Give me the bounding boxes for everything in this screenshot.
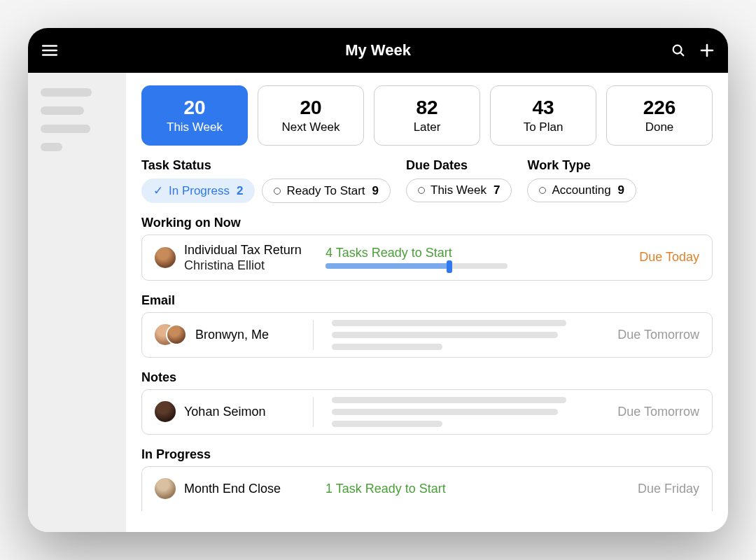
filter-group-label: Work Type — [527, 158, 636, 173]
filter-group-label: Task Status — [141, 158, 391, 173]
section-in-progress: In Progress — [141, 447, 713, 462]
sidebar-item[interactable] — [41, 88, 92, 97]
avatar — [155, 247, 176, 268]
summary-count: 226 — [643, 97, 676, 119]
check-icon: ✓ — [153, 183, 163, 198]
divider — [313, 320, 314, 350]
circle-icon — [539, 187, 546, 194]
chip-count: 9 — [618, 183, 624, 197]
task-card[interactable]: Individual Tax Return Christina Elliot 4… — [141, 234, 713, 281]
filter-group-status: Task Status ✓ In Progress 2 Ready To Sta… — [141, 158, 391, 203]
avatar — [155, 401, 176, 422]
summary-count: 20 — [300, 97, 321, 119]
filter-group-type: Work Type Accounting 9 — [527, 158, 636, 202]
summary-this-week[interactable]: 20 This Week — [141, 85, 248, 146]
section-email: Email — [141, 293, 713, 308]
chip-in-progress[interactable]: ✓ In Progress 2 — [141, 178, 255, 203]
chip-label: Accounting — [552, 183, 610, 197]
chip-accounting[interactable]: Accounting 9 — [527, 178, 636, 202]
note-card[interactable]: Yohan Seimon Due Tomorrow — [141, 389, 713, 435]
filters-row: Task Status ✓ In Progress 2 Ready To Sta… — [141, 158, 713, 203]
section-notes: Notes — [141, 370, 713, 385]
summary-label: This Week — [167, 120, 223, 134]
summary-row: 20 This Week 20 Next Week 82 Later 43 To… — [141, 85, 713, 146]
chip-label: This Week — [430, 183, 486, 197]
avatar — [155, 478, 176, 499]
task-title: Individual Tax Return — [184, 242, 302, 258]
summary-done[interactable]: 226 Done — [606, 85, 713, 146]
task-card[interactable]: Month End Close 1 Task Ready to Start Du… — [141, 466, 713, 511]
task-subtitle: Christina Elliot — [184, 258, 302, 273]
search-icon[interactable] — [671, 43, 686, 58]
task-title: Month End Close — [184, 481, 281, 497]
section-working-now: Working on Now — [141, 216, 713, 230]
ready-text: 4 Tasks Ready to Start — [326, 246, 629, 260]
summary-count: 20 — [183, 97, 205, 119]
main-content: 20 This Week 20 Next Week 82 Later 43 To… — [126, 73, 728, 532]
content-placeholder — [332, 397, 608, 427]
note-author: Yohan Seimon — [184, 404, 265, 420]
page-title: My Week — [345, 41, 411, 59]
email-participants: Bronwyn, Me — [195, 327, 269, 343]
summary-next-week[interactable]: 20 Next Week — [258, 85, 364, 146]
email-card[interactable]: Bronwyn, Me Due Tomorrow — [141, 312, 713, 358]
chip-count: 7 — [493, 183, 500, 197]
svg-line-4 — [680, 52, 683, 55]
sidebar-item[interactable] — [41, 143, 62, 151]
summary-count: 82 — [416, 97, 438, 119]
sidebar-item[interactable] — [41, 106, 84, 115]
summary-label: To Plan — [524, 120, 564, 134]
ready-text: 1 Task Ready to Start — [326, 482, 628, 496]
sidebar-item[interactable] — [41, 125, 90, 133]
filter-group-label: Due Dates — [406, 158, 512, 173]
summary-label: Next Week — [282, 120, 340, 134]
due-label: Due Tomorrow — [617, 328, 699, 342]
chip-ready-to-start[interactable]: Ready To Start 9 — [262, 178, 391, 203]
divider — [313, 397, 314, 427]
chip-count: 2 — [237, 184, 243, 198]
circle-icon — [274, 188, 281, 195]
chip-label: Ready To Start — [286, 184, 365, 198]
chip-label: In Progress — [169, 184, 230, 198]
summary-label: Done — [645, 120, 674, 134]
summary-later[interactable]: 82 Later — [374, 85, 480, 146]
due-label: Due Tomorrow — [617, 405, 699, 419]
avatar-group — [155, 324, 187, 345]
progress-bar[interactable] — [326, 263, 507, 269]
app-window: My Week 20 This Week 20 — [28, 28, 728, 532]
filter-group-dates: Due Dates This Week 7 — [406, 158, 512, 202]
summary-label: Later — [414, 120, 441, 134]
menu-icon[interactable] — [41, 41, 59, 59]
summary-to-plan[interactable]: 43 To Plan — [490, 85, 596, 146]
summary-count: 43 — [532, 97, 554, 119]
add-icon[interactable] — [699, 42, 715, 59]
due-label: Due Friday — [638, 482, 699, 496]
circle-icon — [418, 187, 425, 194]
due-label: Due Today — [639, 250, 699, 265]
topbar: My Week — [28, 28, 728, 73]
chip-count: 9 — [372, 184, 379, 198]
sidebar — [28, 73, 126, 532]
chip-this-week[interactable]: This Week 7 — [406, 178, 512, 202]
content-placeholder — [332, 320, 608, 350]
